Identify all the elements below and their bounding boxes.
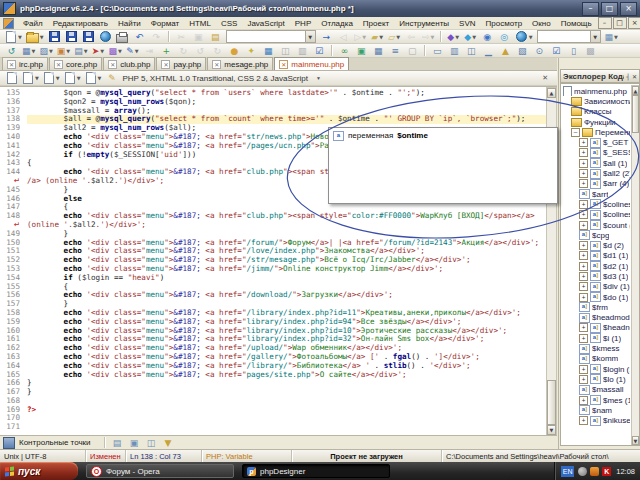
bp-add-button[interactable]: ▤ — [110, 436, 125, 450]
revert-button[interactable]: ↺ — [4, 44, 19, 58]
tree-item-$count-1-[interactable]: +a$count (1) — [562, 220, 630, 230]
dropdown-caret-icon[interactable]: ▼ — [77, 75, 81, 81]
mdi-minimize-button[interactable]: – — [598, 17, 612, 29]
expand-icon[interactable]: + — [579, 179, 588, 188]
tab-close-icon[interactable]: ✕ — [212, 60, 221, 69]
dropdown-caret-icon[interactable]: ▼ — [379, 34, 383, 40]
mdi-restore-button[interactable]: □ — [613, 17, 627, 29]
menu-item-2[interactable]: Редактировать — [48, 18, 113, 29]
refresh-button[interactable]: ↻ — [176, 44, 191, 58]
menu-item-4[interactable]: Формат — [146, 18, 184, 29]
bp-window-button[interactable]: ◫ — [144, 436, 159, 450]
ftp-sync-button[interactable]: ◎ — [497, 30, 512, 44]
dropdown-caret-icon[interactable]: ▼ — [98, 75, 102, 81]
publish-button[interactable]: ▼ — [514, 30, 534, 44]
panel-close-icon[interactable]: ✕ — [632, 73, 637, 80]
expand-icon[interactable]: + — [579, 200, 588, 209]
undo-button[interactable]: ↶ — [132, 30, 147, 44]
code-line-167[interactable]: 167} — [0, 388, 546, 397]
goto-bookmark-button[interactable]: ▱▼ — [387, 30, 402, 44]
menu-item-14[interactable]: Окно — [527, 18, 556, 29]
save-button[interactable] — [47, 30, 62, 44]
combo-caret-icon[interactable]: ▼ — [590, 31, 600, 42]
scroll-down-button[interactable]: ▼ — [547, 425, 556, 435]
go-button[interactable]: → — [319, 30, 334, 44]
minimize-button[interactable]: – — [582, 2, 599, 16]
indent-left-button[interactable]: ◁ — [336, 30, 351, 44]
expand-icon[interactable]: + — [579, 262, 588, 271]
tree-scroll-up-button[interactable]: ▲ — [632, 86, 639, 95]
collapse-icon[interactable]: – — [571, 128, 580, 137]
tree-item-$div-1-[interactable]: +a$div (1) — [562, 282, 630, 292]
menu-item-12[interactable]: SVN — [454, 18, 480, 29]
language-indicator[interactable]: EN — [561, 466, 574, 477]
insert-arrow-button[interactable]: ➤▼ — [91, 44, 106, 58]
indent-right-button[interactable]: ▷▼ — [353, 30, 368, 44]
bookmark-button[interactable]: ▰▼ — [370, 30, 385, 44]
code-line-147[interactable]: 147 { — [0, 203, 546, 212]
dropdown-caret-icon[interactable]: ▼ — [84, 48, 88, 54]
dropdown-caret-icon[interactable]: ▼ — [472, 34, 476, 40]
menu-item-9[interactable]: Отладка — [316, 18, 358, 29]
bp-save-button[interactable]: ▼ — [161, 436, 176, 450]
panel-button[interactable]: ◫ — [464, 44, 479, 58]
link-button[interactable]: ∞ — [337, 44, 352, 58]
code-line-166[interactable]: 166} — [0, 379, 546, 388]
insert-doc-button[interactable]: ▤▼ — [73, 44, 88, 58]
dropdown-caret-icon[interactable]: ▼ — [135, 48, 139, 54]
syntax-check-button[interactable]: ◆▼ — [446, 30, 461, 44]
menu-item-5[interactable]: HTML — [184, 18, 216, 29]
tab-irc.php[interactable]: ✕irc.php — [2, 57, 48, 70]
taskbar-button--Opera[interactable]: OФорум - Opera — [86, 464, 234, 478]
help-grid-button[interactable]: ▩ — [583, 44, 598, 58]
tree-item--[interactable]: Классы — [562, 107, 630, 117]
dropdown-caret-icon[interactable]: ▼ — [529, 34, 533, 40]
insert-frame-button[interactable]: ▩▼ — [108, 44, 123, 58]
browser-pane-button[interactable]: ▯ — [566, 44, 581, 58]
editor-scroll-thumb[interactable] — [547, 380, 556, 425]
code-line-152[interactable]: 152 echo '<div class="menu">&#187; <a hr… — [0, 256, 546, 265]
tree-item-$mes-1-[interactable]: +a$mes (1) — [562, 395, 630, 405]
tab-pay.php[interactable]: ✕pay.php — [156, 57, 206, 70]
todo-check-button[interactable]: ☑ — [312, 44, 327, 58]
split-view-button[interactable]: ◫ — [278, 44, 293, 58]
insert-db-button[interactable]: ▨▼ — [38, 44, 53, 58]
maximize-button[interactable]: □ — [601, 2, 618, 16]
tab-core.php[interactable]: ✕core.php — [49, 57, 102, 70]
insert-image-button[interactable]: ▣▼ — [56, 44, 71, 58]
tree-item-$cpg[interactable]: a$cpg — [562, 230, 630, 240]
code-line-171[interactable]: 171 — [0, 423, 546, 432]
menu-item-7[interactable]: JavaScript — [242, 18, 289, 29]
indent-code-button[interactable]: ⇥ — [142, 44, 157, 58]
tree-item-$arrt[interactable]: a$arrt — [562, 189, 630, 199]
list-button[interactable]: ≡ — [388, 44, 403, 58]
tab-close-icon[interactable]: ✕ — [161, 60, 170, 69]
tree-item-$_SESSION-[interactable]: +a$_SESSION ( — [562, 148, 630, 158]
dropdown-caret-icon[interactable]: ▼ — [431, 34, 435, 40]
code-line-156[interactable]: 156 echo '<div class="menu">&#187; <a hr… — [0, 291, 546, 300]
tree-item--[interactable]: Зависимости — [562, 96, 630, 106]
close-button[interactable]: × — [620, 2, 637, 16]
code-line-159[interactable]: 159 echo '<div class="menu">&#187; <a hr… — [0, 318, 546, 327]
expand-icon[interactable]: + — [579, 334, 588, 343]
scroll-up-button[interactable]: ▲ — [547, 88, 556, 98]
insert-table-button[interactable]: ▦▼ — [21, 44, 36, 58]
layout-button[interactable]: ▦▼ — [604, 30, 619, 44]
expand-icon[interactable]: + — [579, 138, 588, 147]
tab-club.php[interactable]: ✕club.php — [103, 57, 155, 70]
doctype-php-button[interactable]: ▼ — [84, 71, 103, 85]
expand-icon[interactable]: + — [579, 241, 588, 250]
pin-icon[interactable]: ┤ — [626, 73, 630, 80]
code-line-136[interactable]: 136 $qon2 = mysql_num_rows($qon); — [0, 98, 546, 107]
expand-icon[interactable]: + — [579, 323, 588, 332]
cards-view-button[interactable]: ▥ — [295, 44, 310, 58]
doctype-js-button[interactable]: ▼ — [63, 71, 82, 85]
code-line-154[interactable]: 154 if ($login == "heavi") — [0, 274, 546, 283]
menu-item-3[interactable]: Найти — [113, 18, 146, 29]
tree-item-$login-1-[interactable]: +a$login (1) — [562, 364, 630, 374]
dropdown-caret-icon[interactable]: ▼ — [362, 34, 366, 40]
tree-item-$all2-2-[interactable]: +a$all2 (2) — [562, 168, 630, 178]
code-line-164[interactable]: 164 echo '<div class="menu">&#187; <a hr… — [0, 362, 546, 371]
note-button[interactable]: ▧ — [515, 44, 530, 58]
start-button[interactable]: пуск — [0, 462, 78, 480]
